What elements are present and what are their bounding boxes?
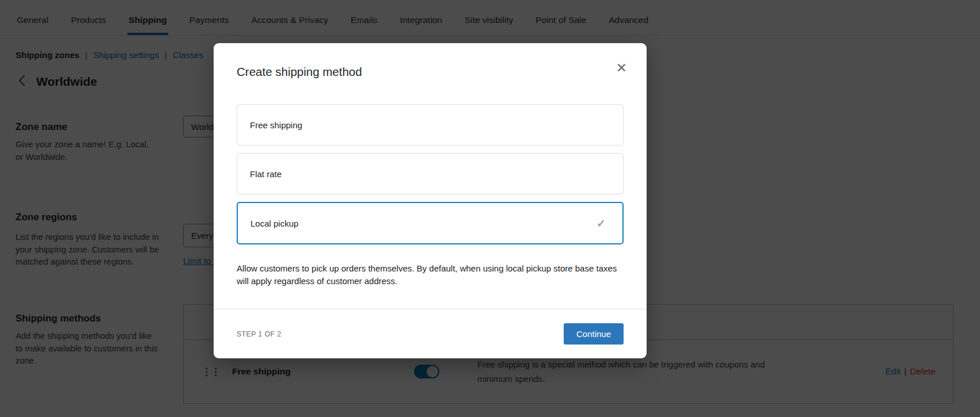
create-shipping-method-modal: Create shipping method ✕ Free shipping F… xyxy=(214,43,647,358)
option-flat-rate[interactable]: Flat rate xyxy=(237,153,624,194)
close-icon[interactable]: ✕ xyxy=(614,59,629,77)
modal-title: Create shipping method xyxy=(237,64,624,79)
continue-button[interactable]: Continue xyxy=(564,323,624,345)
option-free-shipping[interactable]: Free shipping xyxy=(237,104,624,146)
option-label: Flat rate xyxy=(250,169,282,179)
step-indicator: STEP 1 OF 2 xyxy=(237,330,282,338)
selected-option-description: Allow customers to pick up orders themse… xyxy=(214,262,647,288)
option-label: Free shipping xyxy=(250,120,302,130)
option-label: Local pickup xyxy=(250,219,298,228)
method-options: Free shipping Flat rate Local pickup ✓ xyxy=(214,104,647,252)
option-local-pickup[interactable]: Local pickup ✓ xyxy=(237,202,624,244)
check-icon: ✓ xyxy=(597,217,606,230)
